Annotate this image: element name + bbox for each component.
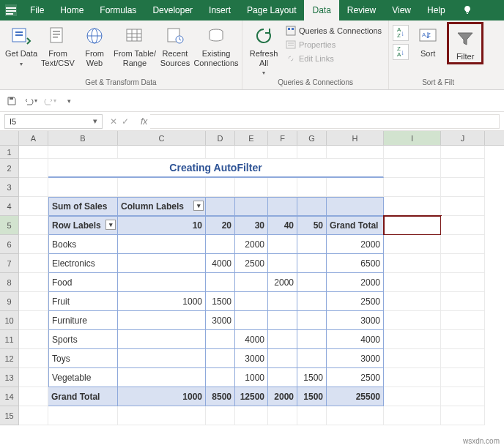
cell[interactable] — [48, 406, 118, 425]
row-header-6[interactable]: 6 — [0, 235, 19, 254]
cell[interactable]: 4000 — [206, 254, 235, 273]
properties-button[interactable]: Properties — [283, 39, 385, 51]
cell[interactable] — [19, 235, 48, 254]
row-header-11[interactable]: 11 — [0, 330, 19, 349]
tab-help[interactable]: Help — [419, 0, 453, 20]
save-icon[interactable] — [4, 94, 19, 108]
chevron-down-icon[interactable]: ▾ — [93, 116, 97, 126]
cell[interactable] — [327, 406, 384, 425]
cell[interactable] — [297, 178, 327, 197]
cell[interactable] — [235, 311, 268, 330]
cell[interactable] — [441, 197, 485, 216]
cell[interactable] — [384, 368, 441, 387]
cell[interactable] — [118, 349, 206, 368]
cell[interactable] — [441, 178, 485, 197]
sort-button[interactable]: A Z Sort — [410, 22, 445, 59]
cell[interactable] — [19, 254, 48, 273]
worksheet-grid[interactable]: A B C D E F G H I J 12Creating AutoFilte… — [0, 131, 504, 425]
row-header-12[interactable]: 12 — [0, 349, 19, 368]
cell[interactable] — [268, 330, 297, 349]
cell[interactable]: 1500 — [297, 387, 327, 406]
cancel-formula-icon[interactable]: ✕ — [110, 116, 117, 127]
cell[interactable] — [19, 311, 48, 330]
pivot-row-label-7[interactable]: Electronics — [48, 254, 118, 273]
cell[interactable] — [297, 330, 327, 349]
cell[interactable] — [297, 197, 327, 216]
cell[interactable] — [441, 254, 485, 273]
cell[interactable]: 1000 — [235, 368, 268, 387]
cell[interactable] — [297, 292, 327, 311]
cell[interactable] — [48, 146, 118, 159]
cell[interactable]: 3000 — [206, 311, 235, 330]
cell[interactable] — [441, 368, 485, 387]
cell[interactable] — [384, 406, 441, 425]
cell[interactable] — [235, 406, 268, 425]
cell[interactable] — [327, 197, 384, 216]
tab-file[interactable]: File — [22, 0, 52, 20]
cell[interactable]: 2000 — [268, 273, 297, 292]
pivot-col-10[interactable]: 10 — [118, 216, 206, 235]
cell[interactable] — [235, 292, 268, 311]
cell[interactable] — [206, 368, 235, 387]
cell[interactable] — [441, 216, 485, 235]
cell[interactable] — [19, 273, 48, 292]
row-header-10[interactable]: 10 — [0, 311, 19, 330]
cell[interactable] — [118, 146, 206, 159]
cell[interactable] — [235, 146, 268, 159]
cell[interactable] — [268, 368, 297, 387]
cell[interactable] — [384, 178, 441, 197]
cell[interactable] — [118, 273, 206, 292]
cell[interactable] — [268, 178, 297, 197]
row-header-9[interactable]: 9 — [0, 292, 19, 311]
tab-developer[interactable]: Developer — [144, 0, 201, 20]
cell[interactable] — [384, 146, 441, 159]
row-header-14[interactable]: 14 — [0, 387, 19, 406]
cell[interactable] — [384, 254, 441, 273]
from-table-range-button[interactable]: From Table/ Range — [114, 22, 156, 67]
cell[interactable]: 8500 — [206, 387, 235, 406]
cell[interactable] — [384, 292, 441, 311]
cell[interactable]: 4000 — [327, 330, 384, 349]
queries-connections-button[interactable]: Queries & Connections — [283, 25, 385, 37]
cell[interactable]: 1500 — [297, 368, 327, 387]
edit-links-button[interactable]: Edit Links — [283, 53, 385, 64]
pivot-col-40[interactable]: 40 — [268, 216, 297, 235]
cell[interactable] — [441, 406, 485, 425]
cell[interactable] — [19, 216, 48, 235]
row-header-15[interactable]: 15 — [0, 406, 19, 425]
cell[interactable] — [384, 311, 441, 330]
cell[interactable] — [297, 273, 327, 292]
cell[interactable] — [384, 330, 441, 349]
cell[interactable] — [206, 273, 235, 292]
cell[interactable] — [19, 406, 48, 425]
row-header-13[interactable]: 13 — [0, 368, 19, 387]
filter-button[interactable]: Filter — [450, 25, 481, 61]
row-header-1[interactable]: 1 — [0, 146, 19, 159]
pivot-grand-total-label[interactable]: Grand Total — [48, 387, 118, 406]
cell[interactable] — [19, 197, 48, 216]
row-header-4[interactable]: 4 — [0, 197, 19, 216]
existing-connections-button[interactable]: Existing Connections — [194, 22, 238, 67]
tab-home[interactable]: Home — [52, 0, 92, 20]
pivot-row-label[interactable]: Row Labels▾ — [48, 216, 118, 235]
pivot-gt-header[interactable]: Grand Total — [327, 216, 384, 235]
col-header-D[interactable]: D — [206, 131, 235, 145]
cell[interactable] — [441, 330, 485, 349]
row-labels-dropdown[interactable]: ▾ — [105, 220, 116, 230]
cell[interactable] — [441, 235, 485, 254]
pivot-row-label-9[interactable]: Fruit — [48, 292, 118, 311]
cell[interactable] — [206, 178, 235, 197]
cell[interactable]: 1000 — [118, 292, 206, 311]
redo-icon[interactable]: ▾ — [42, 94, 57, 108]
cell[interactable]: 2000 — [235, 235, 268, 254]
cell[interactable] — [19, 292, 48, 311]
col-header-H[interactable]: H — [327, 131, 384, 145]
cell[interactable] — [441, 146, 485, 159]
tab-view[interactable]: View — [384, 0, 419, 20]
pivot-row-label-10[interactable]: Furniture — [48, 311, 118, 330]
cell[interactable] — [268, 292, 297, 311]
col-header-J[interactable]: J — [441, 131, 485, 145]
cell[interactable]: 3000 — [327, 349, 384, 368]
pivot-col-label[interactable]: Column Labels▾ — [118, 197, 206, 216]
col-header-G[interactable]: G — [297, 131, 327, 145]
